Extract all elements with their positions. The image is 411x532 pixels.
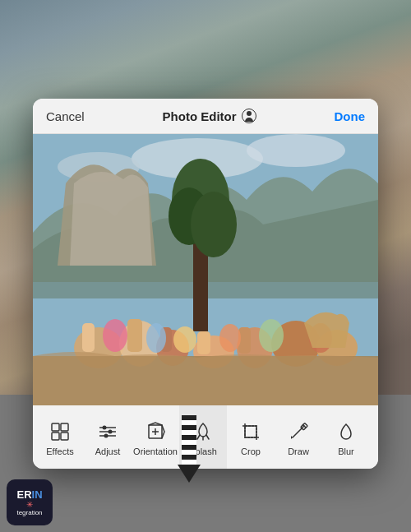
toolbar: Effects Adjust [33, 405, 378, 469]
logo-er: ER [16, 489, 31, 500]
arrow-shaft [182, 415, 196, 465]
tool-draw[interactable]: Draw [275, 405, 322, 469]
svg-rect-27 [52, 423, 59, 431]
svg-point-23 [219, 324, 241, 352]
cancel-button[interactable]: Cancel [46, 109, 85, 123]
blur-label: Blur [338, 446, 354, 456]
person-icon [242, 109, 256, 123]
tool-focus[interactable]: Fo... [370, 405, 378, 469]
crop-label: Crop [241, 446, 261, 456]
adjust-label: Adjust [95, 446, 121, 456]
effects-icon [48, 420, 72, 443]
svg-rect-29 [52, 433, 59, 440]
svg-rect-30 [61, 433, 68, 440]
svg-rect-41 [245, 426, 256, 437]
editor-panel: Cancel Photo Editor Done [33, 99, 378, 469]
svg-rect-18 [197, 331, 210, 354]
svg-point-35 [109, 430, 113, 434]
effects-label: Effects [46, 446, 73, 456]
photo-canvas [33, 134, 378, 405]
title-area: Photo Editor [163, 109, 256, 123]
svg-point-20 [103, 319, 127, 352]
arrow-pointer [178, 415, 201, 483]
svg-point-22 [173, 326, 196, 353]
tool-orientation[interactable]: Orientation [132, 405, 179, 469]
crop-icon [239, 420, 262, 443]
tool-blur[interactable]: Blur [322, 405, 370, 469]
svg-point-24 [259, 319, 284, 352]
logo-star: ✳ [26, 500, 33, 509]
svg-rect-15 [82, 323, 95, 352]
svg-point-21 [146, 323, 166, 353]
draw-label: Draw [288, 446, 309, 456]
orientation-icon [144, 420, 167, 443]
svg-point-2 [247, 134, 345, 167]
arrow-head [178, 465, 201, 483]
logo-in: IN [32, 489, 43, 500]
logo-sub: tegration [16, 509, 42, 516]
adjust-icon [96, 420, 119, 443]
tool-crop[interactable]: Crop [227, 405, 275, 469]
editor-header: Cancel Photo Editor Done [33, 99, 378, 134]
orientation-label: Orientation [133, 446, 178, 456]
svg-point-36 [104, 434, 109, 438]
painting-svg [33, 134, 378, 405]
svg-point-7 [191, 192, 237, 257]
svg-point-34 [103, 426, 107, 430]
blur-icon [335, 420, 358, 443]
svg-line-42 [293, 426, 304, 437]
tool-effects[interactable]: Effects [36, 405, 84, 469]
svg-rect-28 [61, 423, 68, 431]
photo-editor-title: Photo Editor [163, 109, 237, 123]
done-button[interactable]: Done [334, 109, 365, 123]
svg-rect-16 [127, 319, 142, 352]
tool-adjust[interactable]: Adjust [84, 405, 132, 469]
logo-badge: ERIN ✳ tegration [7, 479, 53, 525]
draw-icon [287, 420, 310, 443]
